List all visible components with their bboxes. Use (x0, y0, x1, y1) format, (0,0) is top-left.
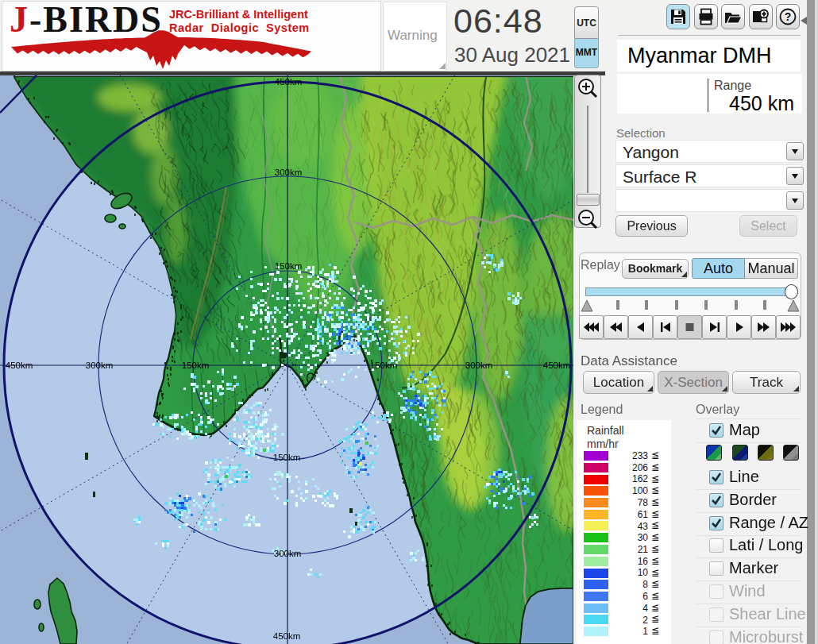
svg-text:150km: 150km (275, 261, 303, 271)
svg-text:450km: 450km (6, 361, 33, 370)
svg-text:300km: 300km (275, 168, 303, 177)
svg-text:150km: 150km (273, 453, 301, 462)
svg-text:?: ? (785, 10, 792, 23)
svg-text:300km: 300km (465, 361, 493, 370)
svg-text:450km: 450km (543, 361, 571, 370)
svg-text:150km: 150km (370, 361, 398, 370)
svg-text:450km: 450km (273, 631, 301, 641)
svg-text:150km: 150km (182, 361, 210, 370)
svg-text:300km: 300km (274, 549, 302, 558)
svg-text:300km: 300km (86, 361, 114, 370)
svg-text:450km: 450km (275, 77, 303, 87)
